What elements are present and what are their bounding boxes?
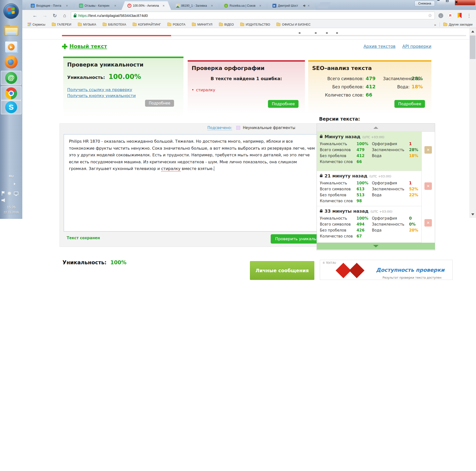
- explorer-icon[interactable]: [4, 25, 18, 36]
- scroll-down-button[interactable]: [469, 211, 476, 218]
- folder-icon: [192, 23, 196, 26]
- maximize-button[interactable]: [446, 0, 455, 5]
- bookmark-label: ГАЛЕРЕИ: [57, 23, 71, 26]
- forward-button[interactable]: →: [41, 12, 49, 19]
- get-badge-link[interactable]: Получить кнопку уникальности: [67, 93, 183, 99]
- versions-scroll-down-button[interactable]: [317, 243, 435, 250]
- bookmark-services[interactable]: Сервисы: [28, 23, 45, 26]
- spelling-error-item[interactable]: стиралку: [192, 88, 305, 92]
- folder-icon: [443, 23, 447, 26]
- delete-version-icon[interactable]: ✕: [424, 182, 432, 190]
- scroll-up-button[interactable]: [469, 28, 476, 35]
- bookmark-folder[interactable]: РОБОТА: [167, 23, 185, 26]
- tab-close-icon[interactable]: ×: [66, 4, 68, 7]
- download-extension-icon[interactable]: ↓: [437, 12, 444, 19]
- bookmark-folder[interactable]: МИНИТУЛ: [192, 23, 212, 26]
- tab-youtube[interactable]: ▶ Дмитрий Шост ×: [267, 1, 316, 10]
- reload-button[interactable]: ↻: [51, 12, 59, 19]
- messages-button[interactable]: Личные сообщения: [250, 261, 314, 280]
- tab-close-icon[interactable]: ×: [163, 4, 165, 7]
- back-button[interactable]: ←: [31, 12, 39, 19]
- bookmark-folder[interactable]: БІБЛІОТЕКА: [103, 23, 126, 26]
- volume-icon[interactable]: [1, 198, 6, 202]
- delete-version-icon[interactable]: ✕: [424, 219, 432, 227]
- yandex-extension-icon[interactable]: Я: [447, 12, 454, 19]
- folder-icon: [133, 23, 137, 26]
- other-bookmarks[interactable]: Другие закладки: [443, 23, 473, 26]
- chrome-menu-icon[interactable]: ⋮: [466, 12, 473, 19]
- scrollbar[interactable]: [469, 28, 476, 218]
- tab-image[interactable]: 86190_1 - Заливка ×: [170, 1, 219, 10]
- version-entry[interactable]: 33 минуты назад (UTC +03:00) Уникальност…: [317, 206, 421, 243]
- clipped-text-mark: [299, 33, 300, 34]
- new-text-link[interactable]: Новый текст: [62, 43, 107, 49]
- spelling-message: В тексте найдена 1 ошибка:: [188, 76, 305, 81]
- chrome-icon[interactable]: [5, 87, 17, 99]
- lock-icon: [320, 210, 323, 212]
- version-entry[interactable]: Минуту назад (UTC +03:00) Уникальность10…: [317, 132, 421, 171]
- site-tab-underline: [62, 35, 466, 36]
- card-title: SEO–анализ текста: [312, 65, 431, 71]
- get-check-link[interactable]: Получить ссылку на проверку: [67, 87, 183, 93]
- clock-time[interactable]: 15:26: [0, 205, 22, 209]
- seo-more-button[interactable]: Подробнее: [394, 100, 425, 108]
- close-button[interactable]: ✕: [455, 0, 475, 5]
- windows-start-button[interactable]: [3, 3, 19, 19]
- tab-close-icon[interactable]: ×: [211, 4, 213, 7]
- text-editor[interactable]: Philips HR 1870 - оказалась неожиданно б…: [64, 134, 322, 232]
- highlighted-link[interactable]: Подсвечено:: [208, 126, 232, 130]
- misspelled-word[interactable]: стиралку: [161, 166, 180, 171]
- delete-version-icon[interactable]: ✕: [424, 146, 432, 154]
- firefox-icon[interactable]: [5, 56, 18, 68]
- scrollbar-thumb[interactable]: [470, 35, 476, 59]
- tab-rozetka[interactable]: ☺ Rozetka.ua | Соков ×: [218, 1, 268, 10]
- profile-button[interactable]: Снежана: [415, 1, 435, 6]
- tab-sheets[interactable]: Отзывы - Катерин ×: [73, 1, 123, 10]
- uniqueness-more-button[interactable]: Подробнее: [145, 100, 174, 107]
- address-bar[interactable]: https://text.ru/antiplagiat/583443ac874d…: [71, 12, 435, 19]
- versions-collapse-button[interactable]: [317, 124, 435, 132]
- bookmark-folder[interactable]: ИЗДАТЕЛЬСТВО: [240, 23, 270, 26]
- api-link[interactable]: API проверки: [402, 44, 431, 49]
- tab-audio-icon[interactable]: [303, 4, 306, 7]
- bookmark-folder[interactable]: ОФИСЫ И БИЗНЕС: [276, 23, 310, 26]
- tab-close-icon[interactable]: ×: [308, 4, 310, 7]
- version-entry[interactable]: 21 минуту назад (UTC +03:00) Уникальност…: [317, 171, 421, 206]
- bookmark-label: ОФИСЫ И БИЗНЕС: [282, 23, 310, 26]
- new-tab-button[interactable]: [317, 2, 331, 8]
- minimize-button[interactable]: [437, 0, 446, 5]
- url-text[interactable]: https://text.ru/antiplagiat/583443ac874d…: [78, 13, 426, 18]
- clipped-text-mark: [315, 33, 317, 34]
- bookmark-folder[interactable]: МУЗЫКА: [78, 23, 96, 26]
- bookmark-folder[interactable]: ВІДЕО: [219, 23, 234, 26]
- bookmark-folder[interactable]: КОПИРАЙТИНГ: [133, 23, 161, 26]
- tab-mail[interactable]: @ Входящие - Почта ×: [25, 1, 74, 10]
- clock-date[interactable]: 22.11.2016: [0, 211, 22, 214]
- versions-panel: Минуту назад (UTC +03:00) Уникальность10…: [317, 123, 435, 250]
- secure-lock-icon[interactable]: [74, 15, 76, 17]
- tab-close-icon[interactable]: ×: [259, 4, 261, 7]
- bookmark-ribbon-extension-icon[interactable]: [456, 12, 463, 19]
- nospace-value: 412: [366, 84, 383, 89]
- tray-expand-icon[interactable]: [14, 183, 17, 185]
- bookmarks-overflow-icon[interactable]: »: [434, 23, 436, 27]
- tab-close-icon[interactable]: ×: [114, 4, 116, 7]
- textru-favicon: ©: [127, 4, 131, 8]
- tab-antiplagiat-active[interactable]: © 100.00% - Антипла ×: [121, 1, 171, 10]
- bookmark-folder[interactable]: ГАЛЕРЕИ: [52, 23, 71, 26]
- archive-link[interactable]: Архив текстов: [363, 44, 395, 49]
- bookmark-label: ИЗДАТЕЛЬСТВО: [246, 23, 270, 26]
- spelling-more-button[interactable]: Подробнее: [268, 100, 298, 108]
- textru-logo: © TEXT.RU: [323, 262, 336, 264]
- skype-icon[interactable]: S: [5, 101, 17, 113]
- home-button[interactable]: ⌂: [61, 12, 68, 19]
- language-indicator[interactable]: RU: [0, 174, 22, 178]
- bookmark-star-icon[interactable]: ☆: [428, 13, 432, 18]
- network-icon[interactable]: [7, 191, 11, 195]
- rozetka-favicon: ☺: [224, 4, 228, 8]
- mailru-agent-icon[interactable]: @: [5, 72, 17, 84]
- highlight-swatch: [236, 126, 240, 130]
- display-icon[interactable]: [14, 192, 18, 195]
- action-center-flag-icon[interactable]: [1, 191, 5, 196]
- media-player-icon[interactable]: ▶: [5, 41, 17, 53]
